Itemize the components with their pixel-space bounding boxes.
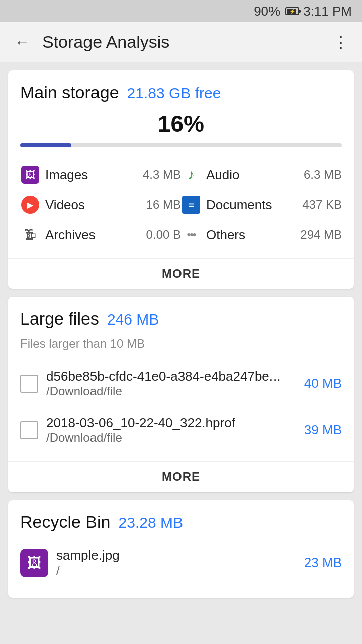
documents-size: 437 KB	[302, 198, 342, 212]
others-size: 294 MB	[300, 228, 342, 242]
videos-icon: ▶	[20, 195, 40, 215]
file-path-2: /Download/file	[46, 431, 296, 445]
file-name-1: d56be85b-cfdc-41e0-a384-e4ba247be...	[46, 369, 296, 384]
file-size-2: 39 MB	[304, 422, 342, 438]
audio-size: 6.3 MB	[304, 168, 342, 182]
main-storage-card: Main storage 21.83 GB free 16% 🖼 Images …	[8, 70, 354, 289]
category-videos: ▶ Videos 16 MB	[20, 190, 181, 220]
recycle-bin-header: Recycle Bin 23.28 MB	[20, 512, 342, 532]
back-button[interactable]: ←	[10, 30, 34, 54]
main-storage-free: 21.83 GB free	[127, 85, 221, 102]
recycle-bin-total: 23.28 MB	[119, 514, 183, 531]
time-text: 3:11 PM	[303, 4, 352, 19]
recycle-file-icon: 🖼	[20, 549, 48, 577]
large-files-more-label: MORE	[162, 470, 200, 484]
documents-icon: ≡	[181, 195, 201, 215]
large-files-title: Large files	[20, 309, 99, 329]
file-size-1: 40 MB	[304, 376, 342, 391]
images-size: 4.3 MB	[143, 168, 181, 182]
category-audio: ♪ Audio 6.3 MB	[181, 159, 342, 190]
documents-label: Documents	[206, 197, 297, 213]
others-label: Others	[206, 227, 295, 243]
archives-size: 0.00 B	[146, 228, 181, 242]
large-files-more-button[interactable]: MORE	[8, 461, 354, 492]
category-archives: 🗜 Archives 0.00 B	[20, 220, 181, 250]
battery-text: 90%	[254, 4, 280, 19]
recycle-file-path-1: /	[56, 564, 296, 578]
audio-label: Audio	[206, 167, 299, 183]
progress-bar-container	[20, 143, 342, 147]
file-path-1: /Download/file	[46, 384, 296, 398]
overflow-menu-button[interactable]: ⋮	[328, 30, 352, 54]
category-others: ••• Others 294 MB	[181, 220, 342, 250]
recycle-file-info-1: sample.jpg /	[56, 548, 296, 578]
page-title: Storage Analysis	[42, 32, 328, 52]
audio-icon: ♪	[181, 165, 201, 185]
others-icon: •••	[181, 225, 201, 245]
images-icon: 🖼	[20, 165, 40, 185]
large-files-total: 246 MB	[107, 311, 159, 328]
app-bar: ← Storage Analysis ⋮	[0, 22, 362, 62]
category-documents: ≡ Documents 437 KB	[181, 190, 342, 220]
category-images: 🖼 Images 4.3 MB	[20, 159, 181, 190]
recycle-file-name-1: sample.jpg	[56, 548, 296, 564]
large-file-item-2[interactable]: 2018-03-06_10-22-40_322.hprof /Download/…	[20, 407, 342, 453]
back-arrow-icon: ←	[15, 34, 30, 51]
images-label: Images	[45, 167, 138, 183]
large-files-card: Large files 246 MB Files larger than 10 …	[8, 297, 354, 492]
large-file-item-1[interactable]: d56be85b-cfdc-41e0-a384-e4ba247be... /Do…	[20, 361, 342, 407]
recycle-file-size-1: 23 MB	[304, 555, 342, 571]
content: Main storage 21.83 GB free 16% 🖼 Images …	[0, 62, 362, 606]
file-checkbox-1[interactable]	[20, 375, 38, 393]
progress-bar-fill	[20, 143, 71, 147]
large-files-header: Large files 246 MB	[20, 309, 342, 329]
file-checkbox-2[interactable]	[20, 421, 38, 439]
main-storage-header: Main storage 21.83 GB free	[20, 83, 342, 102]
file-info-2: 2018-03-06_10-22-40_322.hprof /Download/…	[46, 415, 296, 445]
main-storage-title: Main storage	[20, 83, 119, 102]
more-dots-icon: ⋮	[333, 34, 347, 50]
categories-grid: 🖼 Images 4.3 MB ♪ Audio 6.3 MB ▶ Videos …	[20, 159, 342, 250]
battery-icon: ⚡	[285, 7, 299, 15]
recycle-bin-card: Recycle Bin 23.28 MB 🖼 sample.jpg / 23 M…	[8, 500, 354, 598]
main-storage-more-label: MORE	[162, 267, 200, 281]
archives-label: Archives	[45, 227, 141, 243]
status-bar: 90% ⚡ 3:11 PM	[0, 0, 362, 22]
large-files-subtitle: Files larger than 10 MB	[20, 337, 342, 351]
file-info-1: d56be85b-cfdc-41e0-a384-e4ba247be... /Do…	[46, 369, 296, 398]
archives-icon: 🗜	[20, 225, 40, 245]
videos-size: 16 MB	[146, 198, 181, 212]
videos-label: Videos	[45, 197, 141, 213]
file-name-2: 2018-03-06_10-22-40_322.hprof	[46, 415, 296, 431]
recycle-bin-title: Recycle Bin	[20, 512, 111, 532]
storage-percentage: 16%	[20, 110, 342, 137]
recycle-file-item-1[interactable]: 🖼 sample.jpg / 23 MB	[20, 540, 342, 586]
main-storage-more-button[interactable]: MORE	[8, 258, 354, 289]
